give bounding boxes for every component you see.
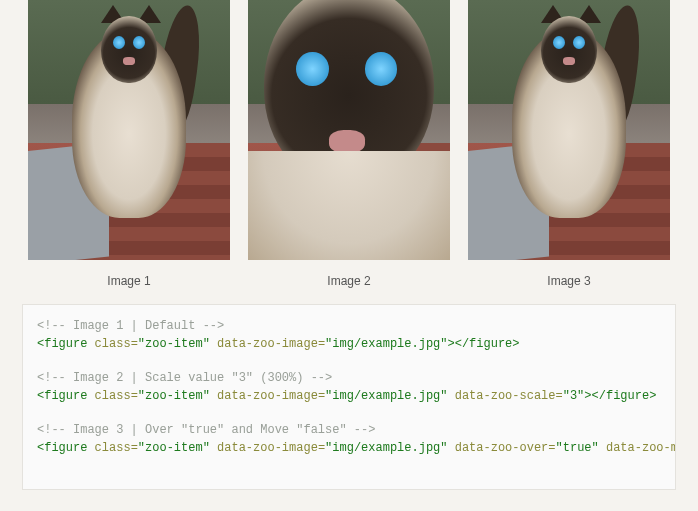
code-comment: <!-- Image 2 | Scale value "3" (300%) --…: [37, 369, 661, 387]
gallery-item: Image 1: [28, 0, 230, 288]
image-caption: Image 3: [547, 274, 590, 288]
gallery-item: Image 2: [248, 0, 450, 288]
image-3[interactable]: [468, 0, 670, 260]
code-line: <figure class="zoo-item" data-zoo-image=…: [37, 439, 661, 457]
image-caption: Image 1: [107, 274, 150, 288]
image-1[interactable]: [28, 0, 230, 260]
code-comment: <!-- Image 3 | Over "true" and Move "fal…: [37, 421, 661, 439]
code-line: <figure class="zoo-item" data-zoo-image=…: [37, 335, 661, 353]
code-block[interactable]: <!-- Image 1 | Default --> <figure class…: [22, 304, 676, 490]
gallery-item: Image 3: [468, 0, 670, 288]
code-line: <figure class="zoo-item" data-zoo-image=…: [37, 387, 661, 405]
image-2[interactable]: [248, 0, 450, 260]
image-gallery: Image 1 Image 2 Image 3: [0, 0, 698, 288]
image-caption: Image 2: [327, 274, 370, 288]
code-comment: <!-- Image 1 | Default -->: [37, 317, 661, 335]
